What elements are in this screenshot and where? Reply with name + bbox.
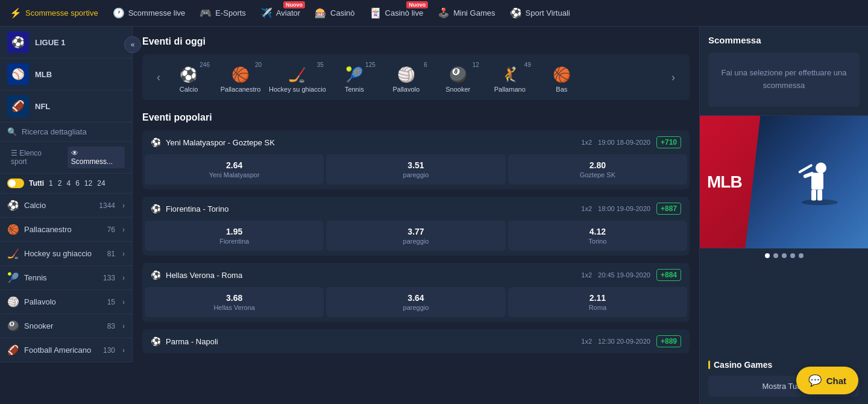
event-type-1: 1x2 [581, 139, 592, 146]
sidebar-item-tennis[interactable]: 🎾 Tennis 133 › [0, 266, 132, 290]
odd-3-draw[interactable]: 3.64 pareggio [326, 287, 505, 317]
sport-filter-calcio[interactable]: 246 ⚽ Calcio [165, 62, 212, 93]
hockey-filter-name: Hockey su ghiaccio [269, 86, 326, 93]
pallamano-filter-count: 49 [524, 62, 531, 68]
banner-dot-1[interactable] [765, 253, 770, 258]
svg-rect-6 [798, 163, 813, 173]
sidebar-league-nfl[interactable]: 🏈 NFL [0, 90, 132, 122]
sidebar-item-pallavolo[interactable]: 🏐 Pallavolo 15 › [0, 290, 132, 314]
filter-tutti[interactable]: Tutti [29, 179, 44, 188]
sidebar-league-ligue1[interactable]: ⚽ LIGUE 1 [0, 27, 132, 58]
hockey-filter-count: 35 [317, 62, 324, 68]
sidebar-item-football-americano[interactable]: 🏈 Football Americano 130 › [0, 338, 132, 362]
banner-dot-3[interactable] [782, 253, 787, 258]
pallavolo-filter-count: 6 [424, 62, 427, 68]
filter-6[interactable]: 6 [75, 179, 80, 188]
sport-filter-snooker[interactable]: 12 🎱 Snooker [435, 62, 482, 93]
odds-row-1: 2.64 Yeni Malatyaspor 3.51 pareggio 2.80… [142, 154, 690, 189]
casino-icon: 🎰 [315, 7, 327, 19]
ligue1-logo: ⚽ [7, 31, 29, 53]
odd-1-draw[interactable]: 3.51 pareggio [326, 154, 505, 185]
odd-3-home[interactable]: 3.68 Hellas Verona [145, 287, 324, 317]
tennis-count: 133 [103, 274, 115, 282]
football-americano-icon: 🏈 [7, 344, 19, 356]
event-badge-3[interactable]: +884 [656, 269, 681, 281]
nav-sport-virtuali[interactable]: ⚽ Sport Virtuali [510, 7, 570, 19]
banner-dot-5[interactable] [799, 253, 804, 258]
calcio-chevron: › [122, 201, 125, 210]
banner-dot-4[interactable] [790, 253, 795, 258]
filter-1[interactable]: 1 [49, 179, 53, 188]
event-badge-1[interactable]: +710 [656, 136, 681, 148]
event-right-4: 1x2 12:30 20-09-2020 +889 [581, 335, 681, 347]
event-badge-4[interactable]: +889 [656, 335, 681, 347]
event-right-2: 1x2 18:00 19-09-2020 +887 [581, 203, 681, 215]
pallacanestro-label: Pallacanestro [24, 225, 102, 234]
odd-2-home[interactable]: 1.95 Fiorentina [145, 221, 324, 251]
sidebar-item-snooker[interactable]: 🎱 Snooker 83 › [0, 314, 132, 338]
sport-filter-bas[interactable]: 🏀 Bas [538, 62, 585, 93]
odd-2-away[interactable]: 4.12 Torino [508, 221, 687, 251]
aviator-icon: ✈️ [260, 7, 272, 19]
event-header-3: ⚽ Hellas Verona - Roma 1x2 20:45 19-09-2… [142, 263, 690, 287]
nav-esports[interactable]: 🎮 E-Sports [200, 7, 246, 19]
nav-scommesse-live[interactable]: 🕐 Scommesse live [113, 7, 186, 19]
tab-scommesse[interactable]: 👁 Scommess... [68, 147, 125, 168]
pallavolo-count: 15 [107, 298, 115, 306]
content-area: Eventi di oggi ‹ 246 ⚽ Calcio 20 🏀 Palla… [133, 27, 699, 404]
event-time-2: 18:00 19-09-2020 [598, 205, 650, 212]
hockey-chevron: › [122, 250, 125, 258]
chat-button[interactable]: 💬 Chat [796, 367, 858, 394]
event-right-1: 1x2 19:00 18-09-2020 +710 [581, 136, 681, 148]
filter-12[interactable]: 12 [84, 179, 92, 188]
calcio-filter-icon: ⚽ [180, 66, 198, 83]
sidebar-wrapper: ⚽ LIGUE 1 ⚾ MLB 🏈 NFL 🔍 Ricerca dettagli… [0, 27, 133, 404]
casino-banner-bg: MLB [700, 116, 868, 248]
odd-2-draw[interactable]: 3.77 pareggio [326, 221, 505, 251]
sport-filter-hockey[interactable]: 35 🏒 Hockey su ghiaccio [269, 62, 326, 93]
snooker-icon: 🎱 [7, 320, 19, 332]
filter-2[interactable]: 2 [58, 179, 62, 188]
tab-elenco-sport[interactable]: ☰ Elenco sport [7, 147, 63, 168]
event-badge-2[interactable]: +887 [656, 203, 681, 215]
odd-3-away[interactable]: 2.11 Roma [508, 287, 687, 317]
sport-filter-tennis[interactable]: 125 🎾 Tennis [331, 62, 378, 93]
search-icon: 🔍 [7, 127, 17, 136]
bet-panel: Scommessa Fai una selezione per effettua… [700, 27, 868, 116]
search-bar[interactable]: 🔍 Ricerca dettagliata [0, 122, 132, 142]
pallacanestro-filter-name: Pallacanestro [221, 86, 261, 93]
event-left-1: ⚽ Yeni Malatyaspor - Goztepe SK [151, 137, 275, 147]
sidebar-league-mlb[interactable]: ⚾ MLB [0, 58, 132, 90]
nav-casino-live[interactable]: 🃏 Casinò live Nuovo [370, 7, 424, 19]
bas-filter-icon: 🏀 [553, 66, 571, 83]
filter-next-arrow[interactable]: › [667, 71, 680, 84]
filter-numbers: Tutti 1 2 4 6 12 24 [29, 179, 105, 188]
event-type-3: 1x2 [581, 271, 592, 279]
sidebar-item-calcio[interactable]: ⚽ Calcio 1344 › [0, 194, 132, 218]
svg-rect-2 [811, 172, 823, 189]
sport-filter-pallacanestro[interactable]: 20 🏀 Pallacanestro [217, 62, 264, 93]
sport-tabs: ☰ Elenco sport 👁 Scommess... [0, 142, 132, 174]
toggle-switch[interactable] [7, 178, 24, 188]
odd-1-away[interactable]: 2.80 Goztepe SK [508, 154, 687, 185]
snooker-filter-count: 12 [473, 62, 479, 68]
collapse-sidebar-button[interactable]: « [124, 36, 141, 53]
sidebar-item-hockey[interactable]: 🏒 Hockey su ghiaccio 81 › [0, 242, 132, 266]
banner-dot-2[interactable] [773, 253, 778, 258]
sidebar-item-pallacanestro[interactable]: 🏀 Pallacanestro 76 › [0, 218, 132, 242]
ligue1-name: LIGUE 1 [35, 38, 66, 47]
calcio-filter-count: 246 [200, 62, 210, 68]
sport-filter-pallavolo[interactable]: 6 🏐 Pallavolo [383, 62, 430, 93]
filter-4[interactable]: 4 [66, 179, 71, 188]
event-name-4: Parma - Napoli [166, 337, 218, 346]
nav-scommesse-sportive[interactable]: ⚡ Scommesse sportive [10, 7, 98, 19]
filter-24[interactable]: 24 [97, 179, 105, 188]
bet-title: Scommessa [708, 35, 860, 45]
nav-casino[interactable]: 🎰 Casinò [315, 7, 354, 19]
nav-mini-games[interactable]: 🕹️ Mini Games [438, 7, 495, 19]
filter-prev-arrow[interactable]: ‹ [152, 71, 165, 84]
odd-1-home[interactable]: 2.64 Yeni Malatyaspor [145, 154, 324, 185]
pallacanestro-chevron: › [122, 226, 125, 234]
sport-filter-pallamano[interactable]: 49 🤾 Pallamano [486, 62, 533, 93]
nav-aviator[interactable]: ✈️ Aviator Nuovo [260, 7, 300, 19]
